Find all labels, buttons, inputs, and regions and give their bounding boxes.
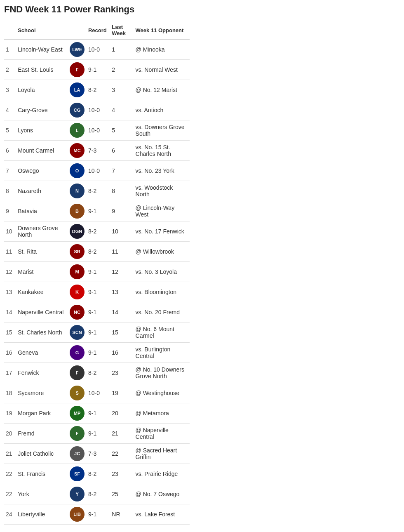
rank-cell: 10	[4, 221, 16, 242]
school-logo: B	[68, 201, 87, 221]
record-cell: 9-1	[87, 403, 110, 424]
col-school: School	[16, 21, 68, 39]
rank-cell: 18	[4, 383, 16, 403]
school-name: Naperville Central	[16, 302, 68, 322]
rank-cell: 5	[4, 120, 16, 141]
school-logo: SF	[68, 464, 87, 484]
school-name: Cary-Grove	[16, 100, 68, 120]
rank-cell: 11	[4, 242, 16, 262]
school-logo: SR	[68, 242, 87, 262]
school-logo: JC	[68, 444, 87, 464]
table-row: 12MaristM9-112vs. No. 3 Loyola	[4, 262, 190, 282]
school-logo: Y	[68, 484, 87, 504]
opponent-cell: vs. Downers Grove South	[134, 120, 190, 141]
last-week-cell: 1	[110, 39, 134, 60]
last-week-cell: 25	[110, 484, 134, 504]
table-row: 18SycamoreS10-019@ Westinghouse	[4, 383, 190, 403]
rank-cell: 16	[4, 343, 16, 363]
school-logo: L	[68, 120, 87, 141]
last-week-cell: 13	[110, 282, 134, 302]
record-cell: 7-3	[87, 444, 110, 464]
table-row: 9BataviaB9-19@ Lincoln-Way West	[4, 201, 190, 221]
opponent-cell: vs. Lake Forest	[134, 504, 190, 525]
last-week-cell: 6	[110, 141, 134, 161]
rank-cell: 20	[4, 424, 16, 444]
rank-cell: 13	[4, 282, 16, 302]
school-logo: G	[68, 343, 87, 363]
rank-cell: 21	[4, 444, 16, 464]
school-logo: F	[68, 60, 87, 80]
last-week-cell: 2	[110, 60, 134, 80]
table-row: 21Joliet CatholicJC7-322@ Sacred Heart G…	[4, 444, 190, 464]
school-name: Oswego	[16, 161, 68, 181]
school-name: Morgan Park	[16, 403, 68, 424]
opponent-cell: @ No. 10 Downers Grove North	[134, 363, 190, 383]
col-record: Record	[87, 21, 110, 39]
rank-cell: 7	[4, 161, 16, 181]
record-cell: 9-1	[87, 504, 110, 525]
last-week-cell: 9	[110, 201, 134, 221]
rank-cell: 24	[4, 504, 16, 525]
school-name: St. Francis	[16, 464, 68, 484]
rank-cell: 1	[4, 39, 16, 60]
record-cell: 10-0	[87, 120, 110, 141]
col-opponent: Week 11 Opponent	[134, 21, 190, 39]
rankings-table: School Record Last Week Week 11 Opponent…	[4, 21, 190, 525]
record-cell: 9-1	[87, 424, 110, 444]
school-logo: F	[68, 363, 87, 383]
school-logo: M	[68, 262, 87, 282]
school-logo: NC	[68, 302, 87, 322]
table-row: 17FenwickF8-223@ No. 10 Downers Grove No…	[4, 363, 190, 383]
school-logo: MP	[68, 403, 87, 424]
rank-cell: 19	[4, 403, 16, 424]
last-week-cell: 4	[110, 100, 134, 120]
school-name: East St. Louis	[16, 60, 68, 80]
school-logo: LWE	[68, 39, 87, 60]
opponent-cell: vs. No. 3 Loyola	[134, 262, 190, 282]
opponent-cell: vs. Antioch	[134, 100, 190, 120]
last-week-cell: 22	[110, 444, 134, 464]
table-header-row: School Record Last Week Week 11 Opponent	[4, 21, 190, 39]
record-cell: 8-2	[87, 181, 110, 201]
last-week-cell: 15	[110, 322, 134, 343]
opponent-cell: vs. No. 20 Fremd	[134, 302, 190, 322]
school-logo: K	[68, 282, 87, 302]
rank-cell: 14	[4, 302, 16, 322]
school-name: Mount Carmel	[16, 141, 68, 161]
school-name: Batavia	[16, 201, 68, 221]
table-row: 8NazarethN8-28vs. Woodstock North	[4, 181, 190, 201]
rank-cell: 15	[4, 322, 16, 343]
page-title: FND Week 11 Power Rankings	[4, 4, 190, 15]
rank-cell: 3	[4, 80, 16, 100]
last-week-cell: 11	[110, 242, 134, 262]
rank-cell: 9	[4, 201, 16, 221]
school-name: Lincoln-Way East	[16, 39, 68, 60]
table-row: 5LyonsL10-05vs. Downers Grove South	[4, 120, 190, 141]
opponent-cell: @ Lincoln-Way West	[134, 201, 190, 221]
table-row: 24LibertyvilleLIB9-1NRvs. Lake Forest	[4, 504, 190, 525]
record-cell: 10-0	[87, 100, 110, 120]
col-rank	[4, 21, 16, 39]
opponent-cell: vs. Bloomington	[134, 282, 190, 302]
last-week-cell: 23	[110, 363, 134, 383]
school-logo: S	[68, 383, 87, 403]
table-row: 22St. FrancisSF8-223vs. Prairie Ridge	[4, 464, 190, 484]
col-last-week: Last Week	[110, 21, 134, 39]
record-cell: 7-3	[87, 141, 110, 161]
school-name: Kankakee	[16, 282, 68, 302]
col-logo	[68, 21, 87, 39]
school-name: Sycamore	[16, 383, 68, 403]
last-week-cell: 12	[110, 262, 134, 282]
record-cell: 10-0	[87, 161, 110, 181]
table-row: 4Cary-GroveCG10-04vs. Antioch	[4, 100, 190, 120]
last-week-cell: 3	[110, 80, 134, 100]
school-name: St. Rita	[16, 242, 68, 262]
opponent-cell: @ Sacred Heart Griffin	[134, 444, 190, 464]
school-logo: F	[68, 424, 87, 444]
last-week-cell: 16	[110, 343, 134, 363]
record-cell: 8-2	[87, 242, 110, 262]
school-logo: CG	[68, 100, 87, 120]
opponent-cell: @ No. 6 Mount Carmel	[134, 322, 190, 343]
record-cell: 10-0	[87, 39, 110, 60]
school-name: Joliet Catholic	[16, 444, 68, 464]
